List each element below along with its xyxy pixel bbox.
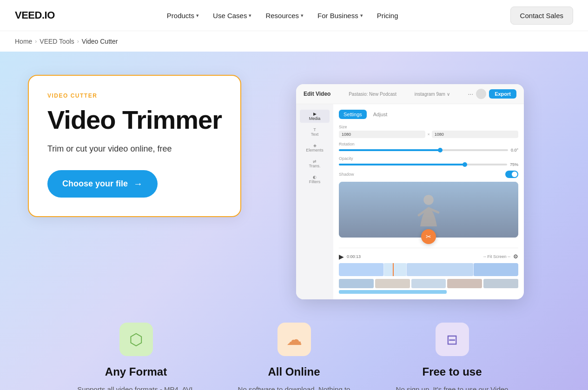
sc-prop-rotation: Rotation 0.0° (339, 142, 518, 152)
sc-timeline-track (339, 263, 518, 276)
sc-prop-shadow: Shadow (339, 171, 518, 178)
nav-item-products[interactable]: Products ▾ (161, 8, 205, 23)
hero-top: VIDEO CUTTER Video Trimmer Trim or cut y… (28, 75, 560, 299)
nav-item-usecases[interactable]: Use Cases ▾ (207, 8, 257, 23)
chevron-down-icon: ▾ (196, 13, 199, 19)
breadcrumb-home[interactable]: Home (15, 38, 32, 45)
sc-sidebar-transitions[interactable]: ⇌Trans. (300, 157, 330, 170)
sc-instagram-label: instagram 9am ∨ (415, 92, 450, 97)
sc-clip-4[interactable] (474, 263, 518, 276)
sc-export-button[interactable]: Export (489, 89, 516, 99)
sc-settings-icon[interactable]: ⚙ (513, 253, 518, 260)
card-title: Video Trimmer (47, 106, 222, 134)
contact-sales-button[interactable]: Contact Sales (510, 7, 573, 25)
any-format-icon-wrap: ⬡ (119, 323, 153, 356)
sc-clip-2[interactable] (384, 263, 406, 276)
sc-body: ▶Media TText ◈Elements ⇌Trans. ◐Filters … (296, 104, 524, 299)
nav-links: Products ▾ Use Cases ▾ Resources ▾ For B… (161, 8, 404, 23)
sc-tab-adjust[interactable]: Adjust (369, 110, 392, 119)
feature-title-any-format: Any Format (76, 365, 197, 378)
feature-desc-all-online: No software to download. Nothing to inst… (234, 384, 355, 390)
hexagon-icon: ⬡ (129, 330, 143, 349)
nav-label-usecases: Use Cases (213, 12, 247, 20)
nav-item-resources[interactable]: Resources ▾ (260, 8, 309, 23)
sc-thumb-2 (375, 279, 410, 288)
sc-sidebar-text[interactable]: TText (300, 126, 330, 139)
sc-thumb-5 (483, 279, 518, 288)
nav-label-products: Products (167, 12, 194, 20)
feature-title-all-online: All Online (234, 365, 355, 378)
sc-video-preview: ✂ (339, 182, 518, 238)
screenshot-card: Edit Video Pastasio: New Podcast instagr… (296, 84, 524, 299)
sc-play-button[interactable]: ▶ (339, 253, 344, 260)
sc-timeline: ▶ 0:00:13 -- Fit Screen -- ⚙ (339, 248, 518, 294)
svg-point-0 (423, 195, 434, 205)
sc-prop-opacity: Opacity 75% (339, 156, 518, 167)
breadcrumb-veed-tools[interactable]: VEED Tools (40, 38, 74, 45)
hero-card: VIDEO CUTTER Video Trimmer Trim or cut y… (28, 75, 241, 217)
breadcrumb-separator-1: › (35, 38, 37, 45)
sc-prop-size: Size 1080 × 1080 (339, 125, 518, 138)
hero-section: VIDEO CUTTER Video Trimmer Trim or cut y… (0, 52, 588, 390)
cloud-icon: ☁ (286, 330, 302, 349)
sc-playhead (393, 263, 394, 276)
sc-timecode: 0:00:13 (347, 254, 361, 259)
sc-thumb-3 (411, 279, 446, 288)
feature-title-free-to-use: Free to use (392, 365, 513, 378)
sc-height-input[interactable]: 1080 (432, 131, 518, 138)
all-online-icon-wrap: ☁ (277, 323, 311, 356)
arrow-icon: → (133, 178, 143, 189)
breadcrumb-current: Video Cutter (82, 38, 118, 45)
sc-tab-settings[interactable]: Settings (339, 110, 367, 119)
free-to-use-icon-wrap: ⊟ (436, 323, 469, 356)
chevron-down-icon: ▾ (301, 13, 304, 19)
sc-sidebar-filters[interactable]: ◐Filters (300, 173, 330, 186)
card-subtitle: Trim or cut your video online, free (47, 143, 222, 155)
sc-width-input[interactable]: 1080 (339, 131, 425, 138)
sc-sidebar-elements[interactable]: ◈Elements (300, 141, 330, 154)
sc-thumbnail-strip (339, 279, 518, 288)
sc-rotation-slider[interactable] (339, 149, 508, 151)
navigation: VEED.IO Products ▾ Use Cases ▾ Resources… (0, 0, 588, 31)
hero-screenshot: Edit Video Pastasio: New Podcast instagr… (260, 84, 560, 299)
chevron-down-icon: ▾ (360, 13, 363, 19)
sc-main: Settings Adjust Size 1080 × 1080 (333, 104, 524, 299)
features-section: ⬡ Any Format Supports all video formats … (28, 323, 560, 390)
feature-free-to-use: ⊟ Free to use No sign up. It's free to u… (392, 323, 513, 390)
browser-x-icon: ⊟ (446, 331, 458, 348)
sc-dots: ··· (468, 90, 473, 98)
sc-person-icon (476, 89, 486, 99)
feature-all-online: ☁ All Online No software to download. No… (234, 323, 355, 390)
logo[interactable]: VEED.IO (15, 9, 55, 21)
sc-sidebar: ▶Media TText ◈Elements ⇌Trans. ◐Filters (296, 104, 333, 299)
screenshot-topbar: Edit Video Pastasio: New Podcast instagr… (296, 84, 524, 104)
nav-item-forbusiness[interactable]: For Business ▾ (312, 8, 369, 23)
feature-desc-free-to-use: No sign up. It's free to use our Video C… (392, 384, 513, 390)
card-badge: VIDEO CUTTER (47, 93, 222, 99)
sc-shadow-toggle[interactable] (505, 171, 518, 178)
sc-clip-3[interactable] (407, 263, 474, 276)
nav-item-pricing[interactable]: Pricing (371, 8, 404, 23)
nav-label-pricing: Pricing (377, 12, 398, 20)
breadcrumb-separator-2: › (77, 38, 79, 45)
sc-opacity-slider[interactable] (339, 164, 507, 165)
sc-clip-1[interactable] (339, 263, 383, 276)
feature-any-format: ⬡ Any Format Supports all video formats … (76, 323, 197, 390)
sc-podcast-label: Pastasio: New Podcast (349, 92, 396, 97)
cta-label: Choose your file (62, 179, 128, 189)
sc-edit-video-label: Edit Video (304, 91, 330, 97)
sc-cut-highlight (339, 290, 447, 294)
nav-label-resources: Resources (265, 12, 299, 20)
feature-desc-any-format: Supports all video formats - MP4, AVI, M… (76, 384, 197, 390)
choose-file-button[interactable]: Choose your file → (47, 170, 158, 198)
sc-thumb-1 (339, 279, 374, 288)
breadcrumb: Home › VEED Tools › Video Cutter (0, 31, 588, 52)
sc-property-tabs: Settings Adjust (339, 110, 518, 119)
sc-thumb-4 (447, 279, 482, 288)
chevron-down-icon: ▾ (249, 13, 251, 19)
nav-label-forbusiness: For Business (317, 12, 358, 20)
sc-scissors-button[interactable]: ✂ (421, 229, 436, 244)
sc-sidebar-media[interactable]: ▶Media (300, 110, 330, 123)
